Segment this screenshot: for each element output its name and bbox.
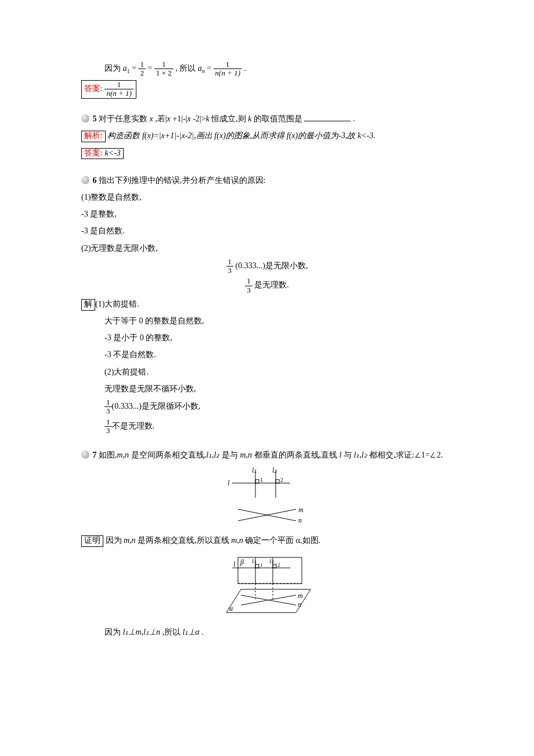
svg-text:α: α bbox=[229, 604, 233, 613]
svg-text:l₁: l₁ bbox=[252, 557, 256, 564]
blank-underline bbox=[304, 121, 351, 121]
q6-item: (1)整数是自然数, bbox=[81, 190, 453, 204]
frac-1-3: 13 bbox=[104, 418, 112, 435]
frac-1-1x2: 11 × 2 bbox=[154, 60, 174, 78]
svg-rect-4 bbox=[276, 480, 279, 483]
text: 是空间两条相交直线, bbox=[131, 451, 207, 459]
var-x: x bbox=[167, 114, 171, 123]
frac-1-3: 13 bbox=[245, 277, 252, 294]
q5-jiexi-line: 解析: 构造函数 f(x)=|x+1|-|x-2|,画出 f(x)的图象,从而求… bbox=[81, 128, 453, 143]
svg-text:1: 1 bbox=[260, 477, 263, 483]
text: , 所以 bbox=[175, 64, 196, 73]
sub-n: n bbox=[202, 68, 205, 74]
q6-number: 6 bbox=[93, 176, 97, 185]
frac-1-3: 13 bbox=[226, 258, 234, 275]
var-l12: l₁,l₂ bbox=[353, 451, 367, 459]
text: +1|-| bbox=[172, 114, 187, 123]
var-l: l bbox=[340, 451, 342, 459]
text: 是两条相交直线,所以直线 bbox=[138, 536, 231, 545]
q6-line: 6 指出下列推理中的错误,并分析产生错误的原因: bbox=[81, 173, 453, 188]
svg-text:l: l bbox=[228, 479, 230, 487]
period: . bbox=[244, 64, 247, 73]
svg-rect-18 bbox=[255, 564, 259, 568]
q5-answer-line: 答案: k<-3 bbox=[81, 146, 453, 160]
var-mn: m,n bbox=[117, 451, 129, 459]
var-a: a bbox=[123, 64, 127, 73]
period: . bbox=[353, 114, 355, 123]
jiexi-box: 解析: bbox=[81, 131, 106, 142]
svg-text:1: 1 bbox=[260, 562, 263, 568]
svg-text:l₁: l₁ bbox=[252, 466, 257, 474]
answer-text: k<-3 bbox=[104, 149, 120, 157]
text: 确定一个平面 α,如图. bbox=[245, 536, 320, 545]
jie-label: 解 bbox=[81, 299, 95, 311]
svg-rect-3 bbox=[255, 480, 259, 483]
text: 的取值范围是 bbox=[254, 114, 302, 123]
period: . bbox=[201, 628, 204, 636]
q6-item: -3 是整数, bbox=[81, 207, 453, 221]
q6-item: -3 是自然数. bbox=[81, 224, 453, 238]
frac-1-2: 12 bbox=[138, 60, 146, 78]
eq: = bbox=[207, 64, 213, 73]
q5-line: 5 对于任意实数 x ,若|x +1|-|x -2|>k 恒成立,则 k 的取值… bbox=[81, 111, 453, 126]
var-k: k bbox=[248, 114, 251, 123]
text: 与 bbox=[344, 451, 354, 459]
var-a: a bbox=[198, 64, 202, 73]
answer-box: 答案: 1n(n + 1) bbox=[81, 80, 136, 99]
text: -2|> bbox=[193, 114, 205, 123]
q6-center-2: 13 是无理数. bbox=[81, 277, 453, 294]
text: 如图, bbox=[99, 451, 117, 459]
var-mn: m,n bbox=[231, 536, 243, 545]
var-k: k bbox=[206, 114, 210, 123]
jie-item: -3 是小于 0 的整数, bbox=[81, 330, 453, 345]
q7-number: 7 bbox=[93, 451, 97, 459]
figure-2: β l l₁ l₂ 1 2 m n α bbox=[215, 552, 319, 621]
q6-center-1: 13 (0.333...)是无限小数, bbox=[81, 258, 453, 275]
bullet-icon bbox=[81, 176, 89, 184]
last-line: 因为 l₁⊥m,l₁⊥n ,所以 l₁⊥α . bbox=[81, 625, 453, 639]
jie-item-7: 13(0.333...)是无限循环小数, bbox=[81, 398, 453, 416]
svg-text:β: β bbox=[240, 558, 244, 566]
svg-rect-19 bbox=[273, 564, 276, 568]
text: 恒成立,则 bbox=[211, 114, 248, 123]
answer-frac: 1n(n + 1) bbox=[104, 81, 133, 98]
var-l12: l₁,l₂ bbox=[206, 451, 219, 459]
zm-label: 证明 bbox=[81, 535, 103, 547]
text: 因为 bbox=[104, 628, 123, 636]
text: 因为 bbox=[104, 64, 123, 73]
text: ,若| bbox=[155, 114, 167, 123]
svg-text:l₂: l₂ bbox=[269, 557, 274, 564]
answer-box: 答案: k<-3 bbox=[81, 148, 124, 160]
answer-label: 答案: bbox=[84, 149, 103, 157]
var-x: x bbox=[150, 114, 153, 123]
svg-text:2: 2 bbox=[280, 477, 283, 483]
var: l₁⊥m,l₁⊥n bbox=[123, 628, 160, 636]
text: 不是无理数. bbox=[112, 422, 155, 430]
q6-item: (2)无理数是无限小数, bbox=[81, 241, 453, 255]
text: 对于任意实数 bbox=[99, 114, 150, 123]
q5-number: 5 bbox=[93, 114, 97, 123]
frac-1-nn1: 1n(n + 1) bbox=[214, 60, 242, 78]
text: 都垂直的两条直线,直线 bbox=[254, 451, 340, 459]
eq: = bbox=[147, 64, 154, 73]
text: 是无理数. bbox=[254, 280, 289, 289]
jie-item-8: 13不是无理数. bbox=[81, 418, 453, 435]
svg-text:m: m bbox=[298, 506, 304, 514]
text: (0.333...)是无限循环小数, bbox=[112, 402, 201, 411]
var-x: x bbox=[187, 114, 190, 123]
svg-text:m: m bbox=[298, 592, 303, 600]
bullet-icon bbox=[81, 451, 89, 459]
svg-text:l₂: l₂ bbox=[272, 466, 277, 474]
jie-item: -3 不是自然数. bbox=[81, 347, 453, 362]
answer-label: 答案: bbox=[84, 84, 103, 93]
bullet-icon bbox=[81, 114, 89, 123]
jiexi-label: 解析: bbox=[84, 131, 103, 140]
jiexi-text: 构造函数 f(x)=|x+1|-|x-2|,画出 f(x)的图象,从而求得 f(… bbox=[107, 131, 375, 140]
svg-text:n: n bbox=[298, 516, 302, 524]
jie-text: (1)大前提错. bbox=[95, 300, 139, 308]
answer-1-line: 答案: 1n(n + 1) bbox=[81, 80, 453, 99]
text: 是与 bbox=[222, 451, 240, 459]
text: ,所以 bbox=[162, 628, 182, 636]
text: (0.333...)是无限小数, bbox=[236, 261, 308, 270]
jie-line: 解(1)大前提错. bbox=[81, 297, 453, 311]
